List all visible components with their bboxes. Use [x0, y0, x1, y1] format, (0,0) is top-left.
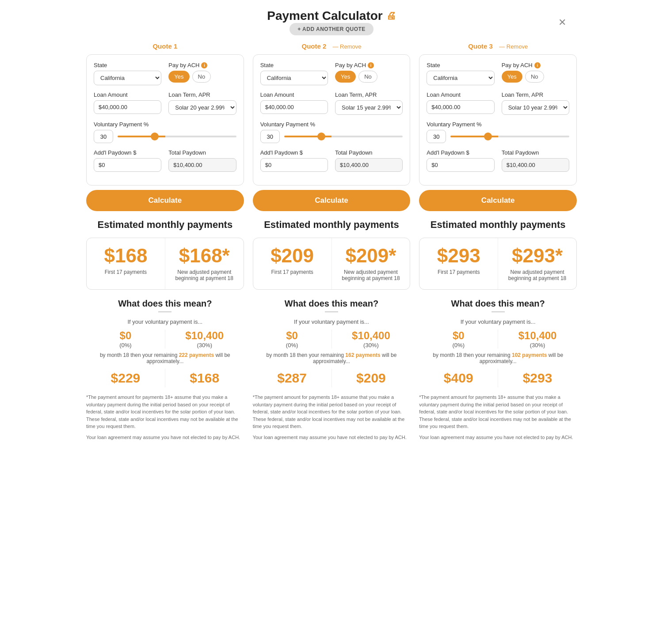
result-amount-1-2: $287: [256, 371, 328, 386]
ach-info-icon-2: i: [368, 62, 374, 68]
ach-group-3: Pay by ACH i Yes No: [502, 62, 569, 85]
vol-amount-2-2: $10,400: [335, 330, 407, 342]
remove-quote-2[interactable]: — Remove: [332, 43, 361, 50]
vol-amount-2-3: $10,400: [502, 330, 573, 342]
state-group-1: State California: [94, 62, 161, 85]
ach-yes-2[interactable]: Yes: [335, 71, 356, 83]
ach-no-1[interactable]: No: [192, 71, 211, 83]
addl-paydown-input-3[interactable]: [427, 158, 494, 172]
voluntary-slider-3[interactable]: [450, 136, 569, 137]
ach-no-2[interactable]: No: [358, 71, 377, 83]
loan-amount-group-2: Loan Amount: [260, 91, 328, 115]
ach-group-2: Pay by ACH i Yes No: [335, 62, 403, 85]
payment-cell-2-2: $209* New adjusted payment beginning at …: [332, 238, 410, 289]
total-paydown-group-3: Total Paydown: [502, 149, 569, 172]
payment-cell-1-1: $168 First 17 payments: [87, 238, 165, 289]
voluntary-value-3: 30: [427, 130, 446, 143]
payment-desc-2-3: New adjusted payment beginning at paymen…: [504, 269, 570, 281]
payment-desc-1-2: First 17 payments: [259, 269, 325, 275]
calculate-button-2[interactable]: Calculate: [253, 190, 411, 211]
vol-pct-1-2: (0%): [256, 342, 328, 349]
result-amount-1-1: $229: [90, 371, 161, 386]
loan-amount-input-3[interactable]: [427, 100, 494, 114]
state-select-3[interactable]: California: [427, 71, 494, 85]
vol-cell-2-2: $10,400 (30%): [332, 330, 411, 349]
result-cell-2-2: $209: [332, 369, 411, 387]
result-amounts-3: $409 $293: [419, 369, 577, 387]
ach-no-3[interactable]: No: [525, 71, 544, 83]
quote-header-3: Quote 3 — Remove: [419, 42, 577, 50]
loan-amount-input-1[interactable]: [94, 100, 161, 114]
calculate-button-3[interactable]: Calculate: [419, 190, 577, 211]
quote-column-2: Quote 2 — Remove State California Pay by…: [253, 42, 411, 441]
addl-paydown-label-2: Add'l Paydown $: [260, 149, 328, 156]
total-paydown-input-1: [168, 158, 236, 172]
loan-amount-label-3: Loan Amount: [427, 91, 494, 98]
remove-quote-3[interactable]: — Remove: [499, 43, 528, 50]
ach-yes-3[interactable]: Yes: [502, 71, 522, 83]
voluntary-section-2: Voluntary Payment % 30: [260, 121, 403, 143]
divider-1: [158, 311, 171, 312]
result-amount-2-2: $209: [335, 371, 407, 386]
vol-cell-1-3: $0 (0%): [419, 330, 498, 349]
result-amounts-2: $287 $209: [253, 369, 411, 387]
state-label-2: State: [260, 62, 328, 68]
ach-yes-1[interactable]: Yes: [168, 71, 189, 83]
addl-paydown-input-2[interactable]: [260, 158, 328, 172]
voluntary-values-2: $0 (0%) $10,400 (30%): [253, 330, 411, 349]
close-button[interactable]: ✕: [558, 17, 566, 28]
loan-term-label-1: Loan Term, APR: [168, 91, 236, 98]
payment-cell-2-1: $168* New adjusted payment beginning at …: [165, 238, 244, 289]
vol-amount-1-3: $0: [423, 330, 494, 342]
footnote-1-3: *The payment amount for payments 18+ ass…: [419, 394, 577, 430]
loan-term-label-3: Loan Term, APR: [502, 91, 569, 98]
remaining-payments-3: 102 payments: [512, 352, 547, 358]
loan-term-select-1[interactable]: Solar 20 year 2.99%: [168, 100, 236, 115]
vol-amount-2-1: $10,400: [169, 330, 240, 342]
state-select-2[interactable]: California: [260, 71, 328, 85]
loan-term-group-3: Loan Term, APR Solar 10 year 2.99%: [502, 91, 569, 115]
ach-group-1: Pay by ACH i Yes No: [168, 62, 236, 85]
printer-icon[interactable]: 🖨: [386, 10, 396, 22]
add-quote-button[interactable]: + ADD ANOTHER QUOTE: [290, 23, 373, 35]
loan-term-select-2[interactable]: Solar 15 year 2.99%: [335, 100, 403, 115]
footnote-2-2: Your loan agreement may assume you have …: [253, 434, 411, 441]
addl-paydown-input-1[interactable]: [94, 158, 161, 172]
state-select-1[interactable]: California: [94, 71, 161, 85]
vol-pct-1-3: (0%): [423, 342, 494, 349]
total-paydown-label-1: Total Paydown: [168, 149, 236, 156]
remaining-text-1: by month 18 then your remaining 222 paym…: [86, 352, 244, 364]
vol-amount-1-2: $0: [256, 330, 328, 342]
loan-term-label-2: Loan Term, APR: [335, 91, 403, 98]
ach-info-icon-1: i: [201, 62, 207, 68]
payment-amount-2-2: $209*: [338, 246, 404, 265]
addl-paydown-group-2: Add'l Paydown $: [260, 149, 328, 172]
payment-amount-2-1: $168*: [171, 246, 237, 265]
loan-amount-group-1: Loan Amount: [94, 91, 161, 115]
voluntary-values-3: $0 (0%) $10,400 (30%): [419, 330, 577, 349]
total-paydown-input-3: [502, 158, 569, 172]
total-paydown-group-2: Total Paydown: [335, 149, 403, 172]
payment-amount-1-1: $168: [93, 246, 159, 265]
result-amount-1-3: $409: [423, 371, 494, 386]
voluntary-section-3: Voluntary Payment % 30: [427, 121, 569, 143]
loan-amount-input-2[interactable]: [260, 100, 328, 114]
result-cell-2-3: $293: [498, 369, 577, 387]
addl-paydown-label-3: Add'l Paydown $: [427, 149, 494, 156]
loan-amount-label-1: Loan Amount: [94, 91, 161, 98]
result-amounts-1: $229 $168: [86, 369, 244, 387]
voluntary-slider-1[interactable]: [118, 136, 236, 137]
total-paydown-group-1: Total Paydown: [168, 149, 236, 172]
ach-label-1: Pay by ACH i: [168, 62, 236, 68]
estimated-title-2: Estimated monthly payments: [253, 219, 411, 231]
vol-cell-1-1: $0 (0%): [86, 330, 165, 349]
addl-paydown-label-1: Add'l Paydown $: [94, 149, 161, 156]
remaining-text-3: by month 18 then your remaining 102 paym…: [419, 352, 577, 364]
what-title-1: What does this mean?: [86, 299, 244, 309]
voluntary-sub-2: If your voluntary payment is...: [253, 318, 411, 325]
vol-pct-1-1: (0%): [90, 342, 161, 349]
voluntary-slider-2[interactable]: [284, 136, 403, 137]
calculate-button-1[interactable]: Calculate: [86, 190, 244, 211]
payment-desc-1-3: First 17 payments: [426, 269, 492, 275]
loan-term-select-3[interactable]: Solar 10 year 2.99%: [502, 100, 569, 115]
